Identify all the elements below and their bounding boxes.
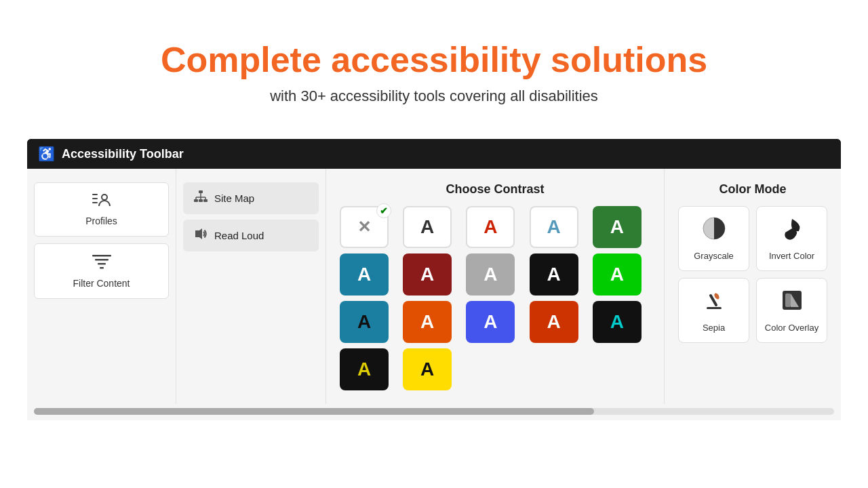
contrast-btn-1-text: A bbox=[420, 216, 434, 238]
invert-color-icon bbox=[780, 216, 804, 245]
svg-rect-9 bbox=[194, 199, 198, 202]
left-panel: Profiles Filter Content bbox=[27, 169, 176, 404]
accessibility-icon: ♿ bbox=[38, 146, 55, 162]
contrast-btn-9-text: A bbox=[610, 264, 624, 285]
contrast-btn-13[interactable]: A bbox=[530, 301, 578, 343]
grayscale-icon bbox=[702, 216, 726, 245]
color-overlay-button[interactable]: Color Overlay bbox=[756, 278, 827, 343]
contrast-btn-0[interactable]: ✕ ✔ bbox=[340, 206, 389, 248]
grayscale-label: Grayscale bbox=[694, 251, 734, 261]
contrast-panel: Choose Contrast ✕ ✔ A A A A bbox=[326, 169, 665, 404]
contrast-btn-9[interactable]: A bbox=[593, 253, 642, 296]
sepia-label: Sepia bbox=[703, 323, 725, 333]
toolbar-body: Profiles Filter Content bbox=[27, 169, 841, 404]
contrast-btn-0-text: ✕ bbox=[357, 218, 371, 237]
contrast-btn-16[interactable]: A bbox=[403, 348, 452, 390]
contrast-grid: ✕ ✔ A A A A A bbox=[340, 206, 650, 390]
filter-label: Filter Content bbox=[73, 278, 130, 289]
color-mode-grid: Grayscale Invert Color bbox=[678, 206, 827, 343]
contrast-btn-8[interactable]: A bbox=[530, 253, 578, 296]
profiles-button[interactable]: Profiles bbox=[34, 182, 169, 237]
contrast-btn-7[interactable]: A bbox=[466, 253, 515, 296]
hero-title: Complete accessibility solutions bbox=[161, 41, 707, 79]
toolbar-footer bbox=[27, 404, 841, 420]
svg-rect-23 bbox=[785, 293, 791, 307]
contrast-btn-14-text: A bbox=[610, 311, 624, 333]
hero-section: Complete accessibility solutions with 30… bbox=[147, 0, 721, 125]
contrast-btn-11[interactable]: A bbox=[403, 301, 452, 343]
contrast-btn-7-text: A bbox=[484, 264, 497, 285]
svg-point-3 bbox=[102, 195, 107, 200]
svg-rect-4 bbox=[92, 255, 111, 257]
checked-indicator: ✔ bbox=[376, 203, 391, 218]
color-overlay-icon bbox=[780, 288, 804, 317]
read-loud-menu-item[interactable]: Read Loud bbox=[183, 220, 319, 251]
middle-menu: Site Map Read Loud bbox=[176, 169, 326, 404]
contrast-btn-6-text: A bbox=[420, 264, 434, 285]
svg-rect-8 bbox=[199, 190, 203, 193]
profiles-label: Profiles bbox=[85, 216, 117, 226]
contrast-btn-12-text: A bbox=[484, 311, 497, 333]
contrast-btn-6[interactable]: A bbox=[403, 253, 452, 296]
invert-color-button[interactable]: Invert Color bbox=[756, 206, 827, 271]
read-loud-icon bbox=[194, 228, 208, 243]
sepia-icon bbox=[702, 288, 726, 317]
site-map-menu-item[interactable]: Site Map bbox=[183, 182, 319, 214]
svg-rect-0 bbox=[92, 194, 98, 195]
contrast-btn-14[interactable]: A bbox=[593, 301, 642, 343]
contrast-btn-3-text: A bbox=[547, 216, 560, 238]
site-map-label: Site Map bbox=[214, 192, 254, 204]
sepia-button[interactable]: Sepia bbox=[678, 278, 749, 343]
contrast-btn-11-text: A bbox=[420, 311, 434, 333]
svg-rect-2 bbox=[92, 202, 98, 203]
contrast-btn-4[interactable]: A bbox=[593, 206, 642, 248]
color-overlay-label: Color Overlay bbox=[765, 323, 818, 333]
contrast-btn-8-text: A bbox=[547, 264, 560, 285]
svg-rect-6 bbox=[98, 263, 106, 265]
contrast-btn-13-text: A bbox=[547, 311, 560, 333]
contrast-panel-title: Choose Contrast bbox=[340, 182, 650, 197]
contrast-btn-2[interactable]: A bbox=[466, 206, 515, 248]
svg-rect-5 bbox=[95, 259, 108, 261]
filter-content-button[interactable]: Filter Content bbox=[34, 243, 169, 299]
svg-rect-11 bbox=[203, 199, 208, 202]
color-mode-panel: Color Mode Grayscale bbox=[665, 169, 841, 404]
svg-rect-10 bbox=[199, 199, 203, 202]
hero-subtitle: with 30+ accessibility tools covering al… bbox=[161, 87, 707, 105]
contrast-btn-3[interactable]: A bbox=[530, 206, 578, 248]
contrast-btn-5-text: A bbox=[357, 264, 371, 285]
svg-rect-7 bbox=[100, 267, 104, 269]
contrast-btn-10[interactable]: A bbox=[340, 301, 389, 343]
contrast-btn-1[interactable]: A bbox=[403, 206, 452, 248]
invert-color-label: Invert Color bbox=[769, 251, 814, 261]
site-map-icon bbox=[194, 190, 208, 206]
contrast-btn-4-text: A bbox=[610, 216, 624, 238]
scrollbar-thumb[interactable] bbox=[34, 408, 594, 415]
contrast-btn-15[interactable]: A bbox=[340, 348, 389, 390]
svg-rect-19 bbox=[707, 307, 722, 309]
grayscale-button[interactable]: Grayscale bbox=[678, 206, 749, 271]
contrast-btn-5[interactable]: A bbox=[340, 253, 389, 296]
contrast-btn-12[interactable]: A bbox=[466, 301, 515, 343]
svg-marker-17 bbox=[195, 228, 202, 239]
svg-rect-1 bbox=[92, 198, 98, 199]
contrast-btn-10-text: A bbox=[357, 311, 371, 333]
contrast-btn-16-text: A bbox=[420, 359, 434, 380]
scrollbar-track[interactable] bbox=[34, 408, 834, 415]
contrast-btn-15-text: A bbox=[357, 359, 371, 380]
profiles-icon bbox=[92, 192, 111, 211]
toolbar-title: Accessibility Toolbar bbox=[62, 147, 184, 161]
accessibility-toolbar: ♿ Accessibility Toolbar Profiles bbox=[27, 139, 841, 420]
read-loud-label: Read Loud bbox=[214, 230, 264, 241]
toolbar-header: ♿ Accessibility Toolbar bbox=[27, 139, 841, 169]
color-mode-title: Color Mode bbox=[678, 182, 827, 197]
contrast-btn-2-text: A bbox=[484, 216, 497, 238]
svg-point-21 bbox=[713, 292, 719, 300]
filter-icon bbox=[92, 253, 111, 274]
